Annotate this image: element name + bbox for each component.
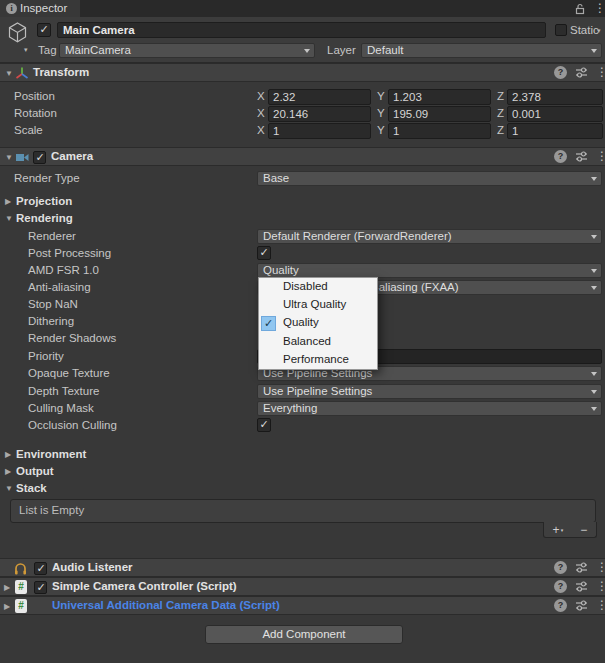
- rotation-x-field[interactable]: 20.146: [268, 106, 371, 122]
- position-y-field[interactable]: 1.203: [388, 89, 491, 105]
- axis-z-label: Z: [497, 124, 504, 136]
- gameobject-icon-caret[interactable]: ▾: [24, 46, 28, 54]
- foldout-open-icon[interactable]: ▼: [5, 214, 13, 223]
- rotation-label: Rotation: [14, 107, 57, 119]
- presets-icon[interactable]: [575, 580, 588, 593]
- projection-foldout[interactable]: ▶ Projection: [0, 194, 605, 210]
- component-menu-kebab-icon[interactable]: ⋮: [596, 580, 601, 593]
- presets-icon[interactable]: [575, 150, 588, 163]
- position-x-field[interactable]: 2.32: [268, 89, 371, 105]
- component-menu-kebab-icon[interactable]: ⋮: [596, 66, 601, 79]
- presets-icon[interactable]: [575, 561, 588, 574]
- static-checkbox[interactable]: [555, 24, 567, 36]
- static-label: Static: [570, 24, 599, 36]
- stack-foldout[interactable]: ▼ Stack: [0, 481, 605, 497]
- stack-remove-button[interactable]: −: [580, 524, 587, 536]
- transform-foldout-icon[interactable]: ▼: [5, 69, 13, 78]
- rotation-y-field[interactable]: 195.09: [388, 106, 491, 122]
- popup-item-performance[interactable]: ✓ Performance: [259, 351, 377, 369]
- transform-title: Transform: [33, 66, 89, 78]
- audio-listener-title: Audio Listener: [52, 561, 133, 573]
- rendering-label: Rendering: [16, 212, 73, 224]
- rotation-z-field[interactable]: 0.001: [507, 106, 603, 122]
- axis-z-label: Z: [497, 107, 504, 119]
- opaque-texture-label: Opaque Texture: [28, 367, 110, 379]
- help-icon[interactable]: ?: [554, 561, 567, 574]
- simple-camera-controller-title: Simple Camera Controller (Script): [52, 580, 237, 592]
- rotation-row: Rotation X 20.146 Y 195.09 Z 0.001: [0, 106, 605, 122]
- static-caret-icon[interactable]: ▾: [597, 27, 601, 35]
- culling-mask-dropdown[interactable]: Everything: [257, 401, 602, 416]
- axis-x-label: X: [257, 124, 265, 136]
- renderer-row: Renderer Default Renderer (ForwardRender…: [0, 229, 605, 245]
- component-menu-kebab-icon[interactable]: ⋮: [596, 561, 601, 574]
- axis-z-label: Z: [497, 90, 504, 102]
- camera-foldout-icon[interactable]: ▼: [5, 153, 13, 162]
- audio-listener-enabled-checkbox[interactable]: [34, 562, 47, 575]
- renderer-dropdown[interactable]: Default Renderer (ForwardRenderer): [257, 229, 602, 244]
- transform-header[interactable]: ▼ Transform ? ⋮: [0, 63, 605, 82]
- gameobject-enabled-checkbox[interactable]: [37, 23, 51, 37]
- stack-empty-text: List is Empty: [19, 504, 84, 516]
- popup-item-ultra-quality[interactable]: ✓ Ultra Quality: [259, 296, 377, 314]
- gameobject-cube-icon[interactable]: [5, 20, 30, 45]
- tag-dropdown[interactable]: MainCamera: [59, 43, 315, 58]
- environment-foldout[interactable]: ▶ Environment: [0, 447, 605, 463]
- foldout-closed-icon[interactable]: ▶: [5, 197, 11, 206]
- rendering-foldout[interactable]: ▼ Rendering: [0, 211, 605, 227]
- amd-fsr-dropdown[interactable]: Quality: [257, 263, 602, 278]
- audio-listener-header[interactable]: Audio Listener ? ⋮: [0, 558, 605, 577]
- help-icon[interactable]: ?: [554, 599, 567, 612]
- tab-menu-kebab-icon[interactable]: ⋮: [594, 2, 599, 15]
- help-icon[interactable]: ?: [554, 150, 567, 163]
- scale-z-field[interactable]: 1: [507, 123, 603, 139]
- foldout-closed-icon[interactable]: ▶: [5, 450, 11, 459]
- gameobject-header: ▾ Main Camera Static ▾ Tag MainCamera La…: [0, 17, 605, 63]
- scale-x-field[interactable]: 1: [268, 123, 371, 139]
- output-label: Output: [16, 465, 54, 477]
- amd-fsr-label: AMD FSR 1.0: [28, 264, 99, 276]
- simple-camera-controller-header[interactable]: ▶ # Simple Camera Controller (Script) ? …: [0, 577, 605, 596]
- post-processing-checkbox[interactable]: [257, 246, 271, 260]
- occlusion-culling-row: Occlusion Culling: [0, 418, 605, 434]
- depth-texture-dropdown[interactable]: Use Pipeline Settings: [257, 384, 602, 399]
- fsr-quality-popup: ✓ Disabled ✓ Ultra Quality ✓ Quality ✓ B…: [258, 277, 378, 370]
- camera-enabled-checkbox[interactable]: [33, 151, 46, 164]
- scale-label: Scale: [14, 124, 43, 136]
- component-menu-kebab-icon[interactable]: ⋮: [596, 599, 601, 612]
- popup-item-balanced[interactable]: ✓ Balanced: [259, 333, 377, 351]
- foldout-open-icon[interactable]: ▼: [5, 484, 13, 493]
- script-enabled-checkbox[interactable]: [34, 581, 47, 594]
- check-icon: ✓: [261, 316, 276, 331]
- add-component-button[interactable]: Add Component: [205, 625, 403, 644]
- lock-icon[interactable]: [574, 3, 586, 15]
- foldout-closed-icon[interactable]: ▶: [4, 583, 10, 592]
- occlusion-culling-label: Occlusion Culling: [28, 419, 117, 431]
- occlusion-culling-checkbox[interactable]: [257, 418, 271, 432]
- help-icon[interactable]: ?: [554, 66, 567, 79]
- layer-dropdown[interactable]: Default: [361, 43, 602, 58]
- transform-icon: [15, 66, 29, 80]
- audio-listener-icon: [13, 561, 28, 576]
- popup-item-disabled[interactable]: ✓ Disabled: [259, 278, 377, 296]
- foldout-closed-icon[interactable]: ▶: [5, 467, 11, 476]
- component-menu-kebab-icon[interactable]: ⋮: [596, 150, 601, 163]
- foldout-closed-icon[interactable]: ▶: [4, 602, 10, 611]
- tab-inspector[interactable]: i Inspector: [0, 0, 80, 17]
- stack-add-button[interactable]: +▾: [553, 524, 564, 536]
- presets-icon[interactable]: [575, 66, 588, 79]
- gameobject-name-field[interactable]: Main Camera: [57, 22, 546, 38]
- universal-additional-camera-data-header[interactable]: ▶ # Universal Additional Camera Data (Sc…: [0, 596, 605, 615]
- position-z-field[interactable]: 2.378: [507, 89, 603, 105]
- help-icon[interactable]: ?: [554, 580, 567, 593]
- output-foldout[interactable]: ▶ Output: [0, 464, 605, 480]
- info-icon: i: [6, 3, 17, 14]
- presets-icon[interactable]: [575, 599, 588, 612]
- scale-y-field[interactable]: 1: [388, 123, 491, 139]
- projection-label: Projection: [16, 195, 72, 207]
- render-type-dropdown[interactable]: Base: [257, 171, 602, 186]
- stack-list-footer: +▾ −: [543, 522, 597, 538]
- popup-item-quality[interactable]: ✓ Quality: [259, 314, 377, 332]
- camera-header[interactable]: ▼ Camera ? ⋮: [0, 147, 605, 166]
- culling-mask-row: Culling Mask Everything: [0, 401, 605, 417]
